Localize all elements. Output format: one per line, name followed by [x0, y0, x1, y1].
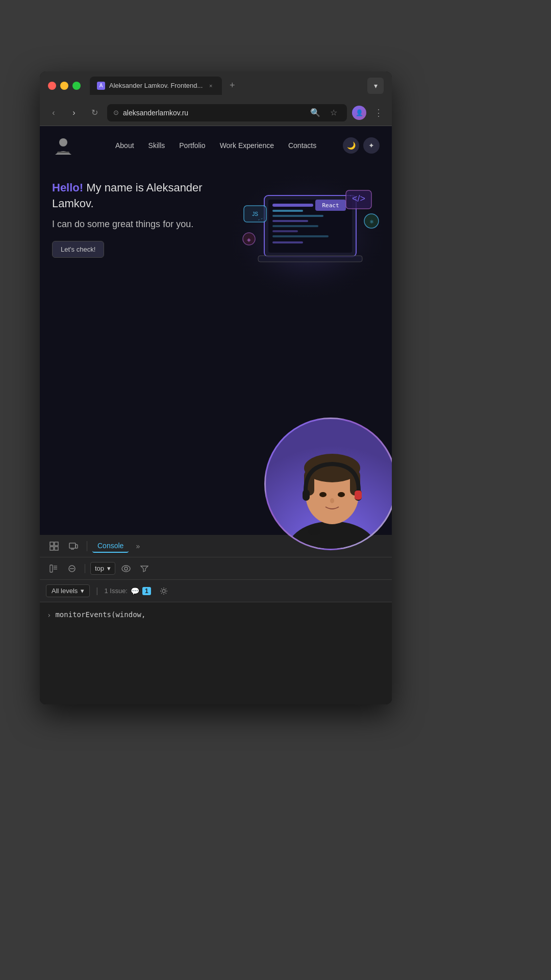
maximize-window-button[interactable]	[72, 82, 81, 90]
console-line: › monitorEvents(window,	[47, 610, 385, 619]
filter-bar: All levels ▾ | 1 Issue: 💬 1	[40, 580, 392, 602]
svg-rect-15	[346, 190, 371, 209]
svg-rect-40	[355, 491, 362, 500]
back-button[interactable]: ‹	[46, 105, 61, 120]
svg-point-0	[59, 138, 67, 146]
site-nav-right: 🌙 ✦	[343, 137, 380, 154]
devtools-toolbar: top ▾	[40, 557, 392, 580]
nav-skills[interactable]: Skills	[148, 141, 165, 150]
svg-rect-1	[57, 152, 69, 153]
context-selector[interactable]: top ▾	[90, 562, 115, 575]
clear-console-button[interactable]	[64, 561, 80, 576]
new-tab-button[interactable]: +	[225, 79, 239, 93]
svg-point-37	[308, 527, 320, 535]
svg-rect-43	[55, 542, 58, 546]
svg-point-54	[122, 566, 130, 572]
log-level-label: All levels	[52, 587, 78, 595]
nav-contacts[interactable]: Contacts	[288, 141, 316, 150]
minimize-window-button[interactable]	[60, 82, 68, 90]
svg-rect-19	[258, 256, 362, 262]
svg-text:JS: JS	[252, 211, 258, 217]
forward-button[interactable]: ›	[66, 105, 82, 120]
svg-rect-9	[272, 225, 318, 227]
svg-point-2	[226, 170, 389, 303]
eye-button[interactable]	[118, 561, 134, 576]
svg-text:◈: ◈	[247, 237, 251, 242]
issues-count-badge: 1	[142, 587, 151, 595]
theme-toggle-button[interactable]: 🌙	[343, 137, 359, 154]
context-arrow: ▾	[107, 565, 111, 572]
log-level-selector[interactable]: All levels ▾	[46, 584, 90, 597]
close-window-button[interactable]	[48, 82, 56, 90]
log-level-arrow: ▾	[81, 587, 84, 595]
svg-rect-6	[272, 210, 303, 212]
hero-text: Hello! My name is Aleksander Lamkov. I c…	[52, 180, 215, 258]
refresh-button[interactable]: ↻	[87, 105, 102, 120]
browser-window: A Aleksander Lamkov. Frontend... × + ▾ ‹…	[40, 71, 392, 704]
svg-rect-7	[272, 215, 323, 217]
elements-icon[interactable]	[46, 538, 62, 554]
issues-label: 1 Issue:	[104, 587, 128, 595]
address-bar: ‹ › ↻ ⊙ aleksanderlamkov.ru 🔍 ☆ 👤 ⋮	[40, 100, 392, 126]
browser-menu-button[interactable]: ⋮	[371, 106, 386, 120]
tab-area: A Aleksander Lamkov. Frontend... × + ▾	[90, 77, 384, 95]
context-label: top	[95, 565, 104, 572]
issues-button[interactable]: 1 Issue: 💬 1	[104, 587, 151, 595]
svg-rect-13	[315, 200, 346, 211]
more-tabs-button[interactable]: »	[132, 540, 144, 552]
tab-title: Aleksander Lamkov. Frontend...	[109, 82, 203, 89]
svg-rect-45	[69, 543, 76, 548]
profile-button[interactable]: 👤	[352, 106, 366, 120]
svg-rect-48	[50, 565, 53, 572]
website-content: About Skills Portfolio Work Experience C…	[40, 126, 392, 704]
svg-text:⚛: ⚛	[369, 219, 374, 225]
lets-check-button[interactable]: Let's check!	[52, 241, 104, 258]
tab-menu-button[interactable]: ▾	[367, 78, 384, 94]
devtools-panel: Console »	[40, 535, 392, 704]
nav-portfolio[interactable]: Portfolio	[179, 141, 205, 150]
console-area[interactable]: › monitorEvents(window,	[40, 602, 392, 704]
svg-rect-17	[244, 206, 266, 222]
svg-point-22	[243, 233, 255, 245]
svg-rect-44	[55, 547, 58, 550]
search-icon[interactable]: 🔍	[308, 106, 322, 120]
avatar-circle	[264, 418, 392, 550]
responsive-icon[interactable]	[65, 538, 82, 554]
svg-point-20	[364, 214, 379, 228]
traffic-lights	[48, 82, 81, 90]
tab-favicon: A	[97, 82, 105, 90]
site-logo	[52, 134, 74, 157]
svg-rect-42	[50, 547, 54, 550]
svg-rect-5	[272, 204, 313, 207]
console-prompt: ›	[47, 611, 51, 619]
hero-section: React </> JS ⚛ ◈	[40, 165, 392, 535]
url-actions: 🔍 ☆	[308, 106, 341, 120]
nav-about[interactable]: About	[115, 141, 134, 150]
console-tab[interactable]: Console	[92, 540, 129, 553]
svg-rect-8	[272, 220, 308, 222]
hello-label: Hello!	[52, 181, 83, 194]
site-nav-links: About Skills Portfolio Work Experience C…	[115, 141, 343, 150]
active-tab[interactable]: A Aleksander Lamkov. Frontend... ×	[90, 77, 222, 95]
hero-title: Hello! My name is Aleksander Lamkov.	[52, 180, 215, 212]
svg-rect-46	[76, 545, 78, 548]
svg-point-55	[124, 567, 128, 570]
filter-button[interactable]	[137, 561, 152, 576]
site-nav: About Skills Portfolio Work Experience C…	[40, 126, 392, 165]
sidebar-toggle-button[interactable]	[46, 561, 61, 576]
bookmark-icon[interactable]: ☆	[327, 106, 341, 120]
url-bar[interactable]: ⊙ aleksanderlamkov.ru 🔍 ☆	[107, 104, 347, 121]
svg-rect-11	[272, 235, 329, 237]
console-code: monitorEvents(window,	[55, 610, 145, 619]
star-button[interactable]: ✦	[363, 137, 380, 154]
svg-point-34	[319, 492, 327, 497]
tab-close-button[interactable]: ×	[207, 82, 215, 90]
console-settings-button[interactable]	[156, 583, 171, 599]
svg-point-36	[330, 498, 334, 503]
hero-subtitle: I can do some great things for you.	[52, 218, 215, 231]
svg-rect-4	[268, 200, 352, 253]
security-icon: ⊙	[113, 109, 119, 116]
svg-rect-10	[272, 230, 298, 232]
svg-line-25	[258, 218, 264, 220]
nav-work-experience[interactable]: Work Experience	[220, 141, 274, 150]
